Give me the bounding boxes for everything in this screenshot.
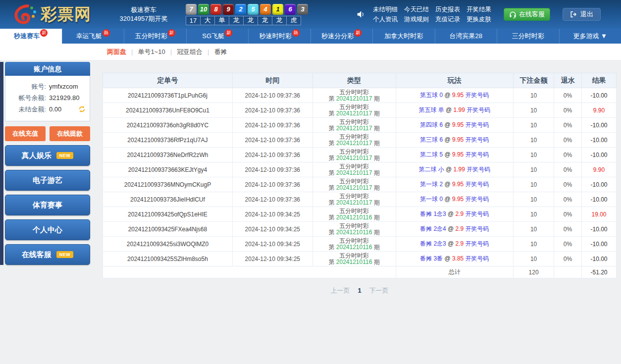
- draw-number-link[interactable]: 开奖号码: [466, 240, 489, 247]
- live-casino-button[interactable]: 真人娱乐NEW: [5, 145, 90, 166]
- logo[interactable]: 彩票网: [0, 3, 119, 26]
- game-type-cell: 五分时时彩第 20241210116 期: [312, 207, 396, 222]
- bet-content: 番摊 1念3: [420, 210, 448, 217]
- subnav-item[interactable]: 番摊: [214, 48, 227, 56]
- total-row: 总计120-51.20: [103, 266, 617, 278]
- customer-service-button[interactable]: 在线客服NEW: [5, 244, 90, 265]
- table-row: 20241210093736T1pLPuhG6j2024-12-10 09:37…: [103, 88, 617, 103]
- draw-number-link[interactable]: 开奖号码: [466, 225, 489, 232]
- header-link[interactable]: 今天已结: [404, 4, 429, 14]
- account-value: ymfxzcom: [49, 81, 78, 92]
- subnav-item[interactable]: 两面盘: [107, 48, 126, 56]
- game-type-cell: 五分时时彩第 20241210117 期: [312, 148, 396, 162]
- draw-number-link[interactable]: 开奖号码: [466, 92, 489, 99]
- sports-button[interactable]: 体育赛事: [5, 195, 90, 215]
- period-number: 20241210117: [336, 184, 372, 191]
- order-number: 20241210093736NeDrfR2zWh: [103, 148, 233, 162]
- result-value: -10.00: [582, 133, 617, 148]
- next-page-button[interactable]: 下一页: [369, 287, 389, 294]
- bet-time: 2024-12-10 09:34:25: [232, 207, 312, 222]
- play-detail-cell: 番摊 2念3 @ 2.9 开奖号码: [396, 237, 514, 252]
- period-number: 20241210117: [336, 95, 372, 102]
- draw-number-link[interactable]: 开奖号码: [466, 151, 489, 158]
- draw-number-link[interactable]: 开奖号码: [466, 210, 489, 217]
- header-link[interactable]: 历史报表: [435, 4, 460, 14]
- draw-number-link[interactable]: 开奖号码: [466, 136, 489, 143]
- logout-button[interactable]: 退出: [563, 8, 601, 21]
- latest-result-panel: 71089254163 17大单龙龙龙龙虎: [186, 4, 310, 25]
- period-number: 20241210116: [336, 244, 372, 251]
- prev-page-button[interactable]: 上一页: [330, 287, 350, 294]
- draw-number-link[interactable]: 开奖号码: [466, 106, 490, 113]
- order-number: 20241210093736T1pLPuhG6j: [103, 88, 233, 103]
- logo-text: 彩票网: [41, 3, 91, 26]
- speaker-icon[interactable]: [357, 10, 365, 18]
- draw-number-link[interactable]: 开奖号码: [466, 181, 489, 188]
- order-number: 20241210093425si3WOQlMZ0: [103, 237, 233, 252]
- header-link[interactable]: 个人资讯: [373, 14, 398, 24]
- header-link[interactable]: 未结明细: [373, 4, 398, 14]
- online-service-button[interactable]: 在线客服: [504, 8, 550, 21]
- period-suffix: 期: [372, 184, 379, 191]
- current-page[interactable]: 1: [358, 287, 361, 294]
- rebate: 0%: [554, 133, 582, 148]
- withdraw-button[interactable]: 在线提款: [50, 126, 90, 141]
- play-detail-cell: 第三球 6 @ 9.95 开奖号码: [396, 133, 514, 148]
- period-prefix: 第: [328, 259, 336, 265]
- account-value: 0.00: [49, 104, 61, 115]
- bet-content: 第五球 单: [418, 106, 446, 113]
- result-summary-cell: 虎: [286, 16, 301, 25]
- nav-tab[interactable]: 秒速分分彩新: [310, 29, 373, 44]
- nav-tab[interactable]: 幸运飞艇熱: [62, 29, 124, 44]
- header-link[interactable]: 更换皮肤: [466, 14, 491, 24]
- rebate: 0%: [554, 222, 582, 237]
- result-summary-cell: 龙: [243, 16, 258, 25]
- nav-tab-label: 秒速赛车: [14, 32, 40, 41]
- bet-history-table: 定单号时间类型玩法下注金额退水结果 20241210093736T1pLPuhG…: [103, 73, 617, 278]
- draw-number-link[interactable]: 开奖号码: [466, 166, 490, 173]
- nav-tab[interactable]: 更多游戏 ▼: [559, 29, 621, 44]
- order-number: 20241210093736JieIHdlCUf: [103, 192, 233, 207]
- header-link[interactable]: 开奖结果: [466, 4, 491, 14]
- period-suffix: 期: [372, 125, 379, 132]
- deposit-button[interactable]: 在线充值: [5, 126, 46, 141]
- at-sign: @: [444, 121, 452, 128]
- draw-number-link[interactable]: 开奖号码: [466, 255, 489, 262]
- result-summary-cell: 龙: [272, 16, 287, 25]
- game-type-cell: 五分时时彩第 20241210116 期: [312, 252, 396, 266]
- header-link[interactable]: 充值记录: [435, 14, 460, 24]
- nav-tab[interactable]: 加拿大时时彩: [372, 29, 435, 44]
- at-sign: @: [446, 166, 454, 173]
- draw-number-link[interactable]: 开奖号码: [466, 121, 489, 128]
- period-number: 20241210117: [336, 169, 372, 176]
- play-detail-cell: 番摊 2念4 @ 2.9 开奖号码: [396, 222, 514, 237]
- slots-button[interactable]: 电子游艺: [5, 170, 90, 191]
- nav-tab[interactable]: 秒速时时彩熱: [248, 29, 310, 44]
- nav-tab[interactable]: SG飞艇新: [186, 29, 249, 44]
- refresh-icon[interactable]: [78, 105, 86, 113]
- result-value: -10.00: [582, 88, 617, 103]
- lottery-ball: 6: [285, 4, 296, 15]
- nav-tab[interactable]: 三分时时彩: [497, 29, 559, 44]
- game-type-cell: 五分时时彩第 20241210117 期: [312, 133, 396, 148]
- personal-center-button[interactable]: 个人中心: [5, 219, 90, 240]
- at-sign: @: [448, 240, 456, 247]
- play-detail-cell: 第五球 单 @ 1.99 开奖号码: [396, 103, 514, 118]
- lottery-ball: 3: [297, 4, 308, 15]
- online-service-label: 在线客服: [519, 10, 545, 19]
- draw-number-link[interactable]: 开奖号码: [466, 196, 489, 203]
- bet-time: 2024-12-10 09:37:36: [232, 177, 312, 192]
- nav-tab[interactable]: 五分时时彩新: [124, 29, 186, 44]
- header-link[interactable]: 游戏规则: [404, 14, 429, 24]
- bet-time: 2024-12-10 09:37:36: [232, 192, 312, 207]
- separator: |: [170, 48, 172, 55]
- menu-label: 在线客服: [22, 250, 52, 260]
- headset-icon: [509, 11, 517, 18]
- nav-tab[interactable]: 秒速赛车新: [0, 29, 62, 44]
- result-value: -10.00: [582, 222, 617, 237]
- nav-tab[interactable]: 台湾宾果28: [435, 29, 497, 44]
- subnav-item[interactable]: 单号1~10: [138, 48, 165, 56]
- column-header: 结果: [582, 73, 617, 88]
- account-info-box: 账号:ymfxzcom帐号余额:321929.80未结金额:0.00: [5, 76, 90, 121]
- subnav-item[interactable]: 冠亚组合: [177, 48, 203, 56]
